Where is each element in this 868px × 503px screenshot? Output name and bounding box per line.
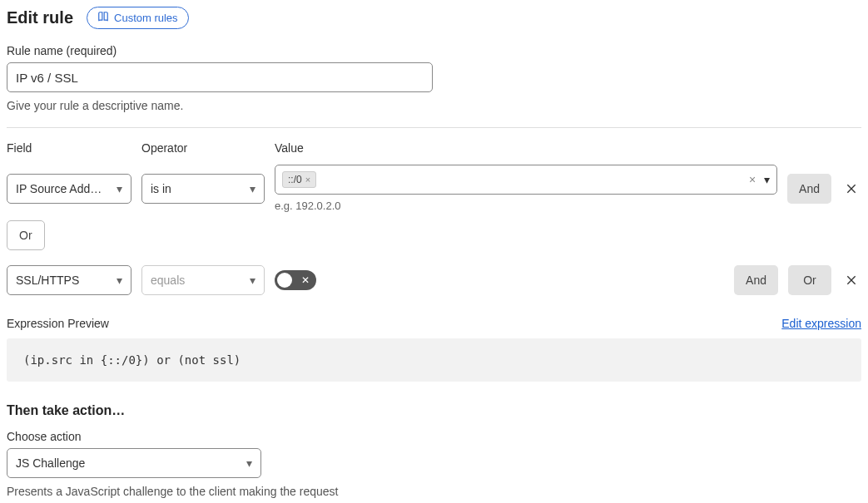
- rule-name-hint: Give your rule a descriptive name.: [7, 99, 861, 112]
- action-hint: Presents a JavaScript challenge to the c…: [7, 485, 861, 498]
- caret-down-icon: ▾: [117, 182, 122, 195]
- value-toggle-1[interactable]: ✕: [275, 270, 316, 290]
- field-select-0-value: IP Source Add…: [16, 182, 102, 195]
- value-tag[interactable]: ::/0 ×: [282, 171, 316, 188]
- edit-expression-link[interactable]: Edit expression: [781, 317, 861, 330]
- field-select-0[interactable]: IP Source Add… ▾: [7, 174, 131, 204]
- book-icon: [97, 11, 109, 25]
- or-separator-button[interactable]: Or: [7, 220, 45, 250]
- field-column-label: Field: [7, 141, 131, 155]
- expression-preview-code: (ip.src in {::/0}) or (not ssl): [7, 338, 861, 382]
- value-example-0: e.g. 192.0.2.0: [275, 200, 777, 212]
- caret-down-icon[interactable]: ▾: [764, 173, 770, 186]
- custom-rules-link[interactable]: Custom rules: [87, 7, 189, 29]
- and-button-0[interactable]: And: [787, 174, 831, 204]
- value-column-label: Value: [275, 141, 861, 155]
- value-tag-text: ::/0: [288, 174, 302, 185]
- caret-down-icon: ▾: [250, 182, 255, 195]
- page-title: Edit rule: [7, 8, 73, 27]
- operator-select-1-value: equals: [151, 274, 185, 287]
- caret-down-icon: ▾: [246, 456, 252, 470]
- separator: [7, 127, 861, 128]
- rule-name-input[interactable]: [7, 62, 433, 92]
- operator-column-label: Operator: [141, 141, 265, 155]
- action-label: Choose action: [7, 430, 861, 443]
- caret-down-icon: ▾: [117, 274, 122, 287]
- action-select[interactable]: JS Challenge ▾: [7, 448, 261, 478]
- toggle-knob: [277, 273, 292, 288]
- custom-rules-label: Custom rules: [114, 12, 178, 24]
- action-select-value: JS Challenge: [16, 456, 85, 470]
- delete-row-0[interactable]: [841, 179, 861, 199]
- tag-remove-icon[interactable]: ×: [305, 175, 310, 185]
- value-tag-input-0[interactable]: ::/0 × × ▾: [275, 165, 777, 195]
- rule-name-label: Rule name (required): [7, 44, 861, 57]
- field-select-1[interactable]: SSL/HTTPS ▾: [7, 265, 131, 295]
- operator-select-0-value: is in: [151, 182, 171, 195]
- caret-down-icon: ▾: [250, 274, 255, 287]
- action-heading: Then take action…: [7, 403, 861, 418]
- field-select-1-value: SSL/HTTPS: [16, 274, 79, 287]
- operator-select-0[interactable]: is in ▾: [141, 174, 265, 204]
- expression-preview-label: Expression Preview: [7, 317, 109, 330]
- and-button-1[interactable]: And: [734, 265, 778, 295]
- toggle-off-icon: ✕: [301, 275, 310, 285]
- delete-row-1[interactable]: [841, 270, 861, 290]
- or-button-1[interactable]: Or: [788, 265, 831, 295]
- clear-icon[interactable]: ×: [746, 173, 759, 186]
- operator-select-1: equals ▾: [141, 265, 265, 295]
